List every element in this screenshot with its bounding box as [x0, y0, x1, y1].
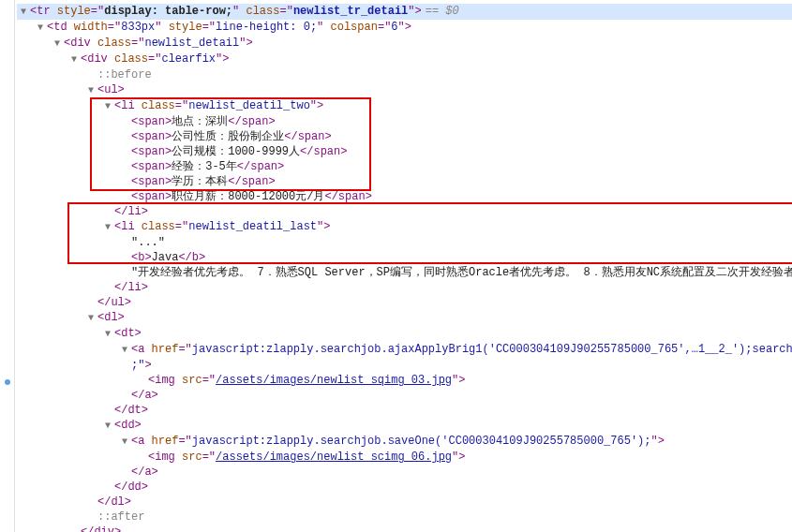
- node-tr[interactable]: <tr style="display: table-row;" class="n…: [17, 4, 792, 20]
- img-src-link[interactable]: /assets/images/newlist_sqimg_03.jpg: [216, 374, 452, 387]
- node-dl-close[interactable]: </dl>: [17, 495, 792, 510]
- expand-toggle[interactable]: [105, 220, 114, 235]
- node-dd-close[interactable]: </dd>: [17, 480, 792, 495]
- node-a[interactable]: <a href="javascript:zlapply.searchjob.aj…: [17, 342, 792, 358]
- expand-toggle[interactable]: [37, 21, 47, 36]
- text-node[interactable]: "...": [17, 235, 792, 250]
- node-a[interactable]: <a href="javascript:zlapply.searchjob.sa…: [17, 434, 792, 450]
- node-a-cont[interactable]: ;">: [17, 358, 792, 373]
- node-td[interactable]: <td width="833px" style="line-height: 0;…: [17, 20, 792, 36]
- node-span[interactable]: <span>地点：深圳</span>: [17, 114, 792, 129]
- node-ul-close[interactable]: </ul>: [17, 295, 792, 310]
- expand-toggle[interactable]: [105, 99, 114, 114]
- expand-toggle[interactable]: [88, 83, 97, 98]
- node-dt-close[interactable]: </dt>: [17, 403, 792, 418]
- node-ul[interactable]: <ul>: [17, 82, 792, 98]
- node-li-last[interactable]: <li class="newlist_deatil_last">: [17, 219, 792, 235]
- node-img[interactable]: <img src="/assets/images/newlist_sqimg_0…: [17, 373, 792, 388]
- node-b[interactable]: <b>Java</b>: [17, 250, 792, 265]
- node-span[interactable]: <span>职位月薪：8000-12000元/月</span>: [17, 189, 792, 204]
- expand-toggle[interactable]: [88, 311, 97, 326]
- node-li-two[interactable]: <li class="newlist_deatil_two">: [17, 98, 792, 114]
- pseudo-after[interactable]: ::after: [17, 510, 792, 525]
- node-li-close[interactable]: </li>: [17, 204, 792, 219]
- node-dl[interactable]: <dl>: [17, 310, 792, 326]
- node-a-close[interactable]: </a>: [17, 388, 792, 403]
- expand-toggle[interactable]: [105, 327, 114, 342]
- node-span[interactable]: <span>公司规模：1000-9999人</span>: [17, 144, 792, 159]
- text-node[interactable]: "开发经验者优先考虑。 7．熟悉SQL Server，SP编写，同时熟悉Orac…: [17, 265, 792, 280]
- line-gutter: [0, 0, 15, 532]
- node-div-close[interactable]: </div>: [17, 525, 792, 532]
- expand-toggle[interactable]: [105, 419, 114, 434]
- node-div-detail[interactable]: <div class="newlist_detail">: [17, 36, 792, 52]
- node-span[interactable]: <span>学历：本科</span>: [17, 174, 792, 189]
- expand-toggle[interactable]: [122, 435, 131, 450]
- dom-tree: <tr style="display: table-row;" class="n…: [17, 4, 792, 532]
- selected-node-marker: == $0: [426, 5, 459, 18]
- node-dd[interactable]: <dd>: [17, 418, 792, 434]
- node-div-clearfix[interactable]: <div class="clearfix">: [17, 52, 792, 67]
- node-img[interactable]: <img src="/assets/images/newlist_scimg_0…: [17, 450, 792, 465]
- expand-toggle[interactable]: [54, 37, 64, 52]
- expand-toggle[interactable]: [71, 52, 81, 67]
- node-span[interactable]: <span>经验：3-5年</span>: [17, 159, 792, 174]
- node-dt[interactable]: <dt>: [17, 326, 792, 342]
- img-src-link[interactable]: /assets/images/newlist_scimg_06.jpg: [216, 451, 452, 464]
- expand-toggle[interactable]: [122, 343, 131, 358]
- expand-toggle[interactable]: [21, 5, 30, 20]
- node-a-close[interactable]: </a>: [17, 465, 792, 480]
- pseudo-before[interactable]: ::before: [17, 67, 792, 82]
- node-li-close[interactable]: </li>: [17, 280, 792, 295]
- node-span[interactable]: <span>公司性质：股份制企业</span>: [17, 129, 792, 144]
